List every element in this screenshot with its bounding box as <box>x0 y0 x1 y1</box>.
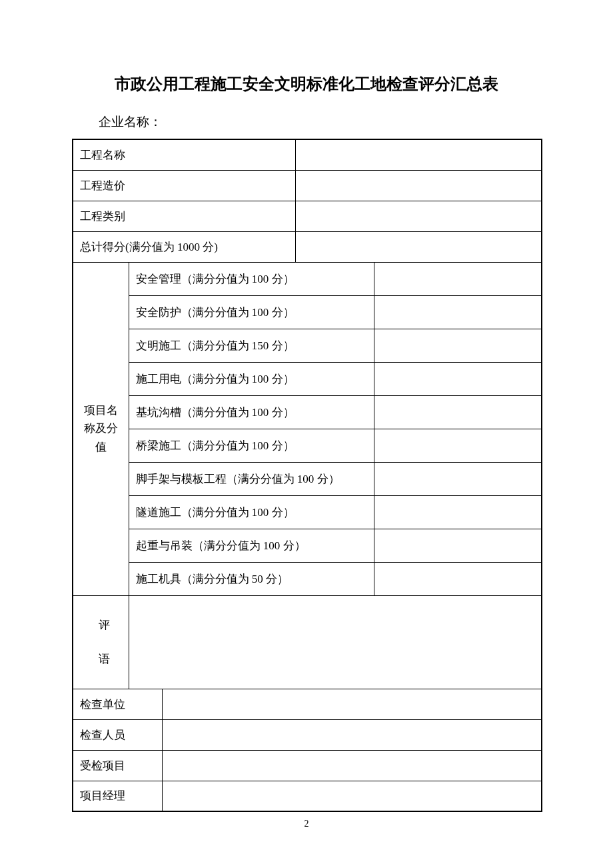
row-value-inspectors <box>162 719 542 750</box>
score-table: 工程名称 工程造价 工程类别 总计得分(满分值为 1000 分) 项目名称及分值… <box>72 139 542 812</box>
table-row: 工程造价 <box>73 170 542 201</box>
comment-label-text: 评语 <box>80 608 122 676</box>
category-label: 施工机具（满分分值为 50 分） <box>129 562 374 595</box>
row-value-project-type <box>295 201 542 231</box>
row-value-project-cost <box>295 170 542 201</box>
category-label: 安全防护（满分分值为 100 分） <box>129 295 374 329</box>
table-row: 起重与吊装（满分分值为 100 分） <box>73 529 542 562</box>
row-value-total-score <box>295 231 542 262</box>
table-row: 文明施工（满分分值为 150 分） <box>73 329 542 362</box>
enterprise-name-label: 企业名称： <box>72 113 541 131</box>
table-row: 评语 <box>73 595 542 689</box>
table-row: 隧道施工（满分分值为 100 分） <box>73 495 542 529</box>
table-row: 项目经理 <box>73 781 542 811</box>
page-title: 市政公用工程施工安全文明标准化工地检查评分汇总表 <box>72 73 541 95</box>
row-label-project-name: 工程名称 <box>73 139 295 170</box>
page-number: 2 <box>0 819 613 829</box>
category-value <box>374 295 542 329</box>
row-label-project-manager: 项目经理 <box>73 781 162 811</box>
category-header: 项目名称及分值 <box>73 262 129 595</box>
category-value <box>374 562 542 595</box>
table-row: 总计得分(满分值为 1000 分) <box>73 231 542 262</box>
category-value <box>374 395 542 429</box>
category-value <box>374 529 542 562</box>
table-row: 工程名称 <box>73 139 542 170</box>
table-row: 工程类别 <box>73 201 542 231</box>
category-header-text: 项目名称及分值 <box>80 401 122 456</box>
table-row: 安全防护（满分分值为 100 分） <box>73 295 542 329</box>
row-label-project-type: 工程类别 <box>73 201 295 231</box>
category-value <box>374 462 542 495</box>
row-value-inspect-unit <box>162 689 542 719</box>
table-row: 施工用电（满分分值为 100 分） <box>73 362 542 395</box>
row-value-project-manager <box>162 781 542 811</box>
category-label: 安全管理（满分分值为 100 分） <box>129 262 374 295</box>
category-value <box>374 362 542 395</box>
category-label: 隧道施工（满分分值为 100 分） <box>129 495 374 529</box>
table-row: 基坑沟槽（满分分值为 100 分） <box>73 395 542 429</box>
table-row: 脚手架与模板工程（满分分值为 100 分） <box>73 462 542 495</box>
category-label: 基坑沟槽（满分分值为 100 分） <box>129 395 374 429</box>
category-value <box>374 262 542 295</box>
row-value-project-name <box>295 139 542 170</box>
category-label: 文明施工（满分分值为 150 分） <box>129 329 374 362</box>
row-label-project-cost: 工程造价 <box>73 170 295 201</box>
category-value <box>374 429 542 462</box>
category-label: 脚手架与模板工程（满分分值为 100 分） <box>129 462 374 495</box>
row-label-inspect-unit: 检查单位 <box>73 689 162 719</box>
category-label: 起重与吊装（满分分值为 100 分） <box>129 529 374 562</box>
comment-label: 评语 <box>73 595 129 689</box>
comment-value <box>129 595 542 689</box>
table-row: 施工机具（满分分值为 50 分） <box>73 562 542 595</box>
row-label-total-score: 总计得分(满分值为 1000 分) <box>73 231 295 262</box>
row-value-inspected-project <box>162 750 542 781</box>
table-row: 检查单位 <box>73 689 542 719</box>
category-label: 施工用电（满分分值为 100 分） <box>129 362 374 395</box>
row-label-inspected-project: 受检项目 <box>73 750 162 781</box>
row-label-inspectors: 检查人员 <box>73 719 162 750</box>
table-row: 项目名称及分值 安全管理（满分分值为 100 分） <box>73 262 542 295</box>
category-label: 桥梁施工（满分分值为 100 分） <box>129 429 374 462</box>
category-value <box>374 495 542 529</box>
table-row: 桥梁施工（满分分值为 100 分） <box>73 429 542 462</box>
category-value <box>374 329 542 362</box>
table-row: 检查人员 <box>73 719 542 750</box>
table-row: 受检项目 <box>73 750 542 781</box>
